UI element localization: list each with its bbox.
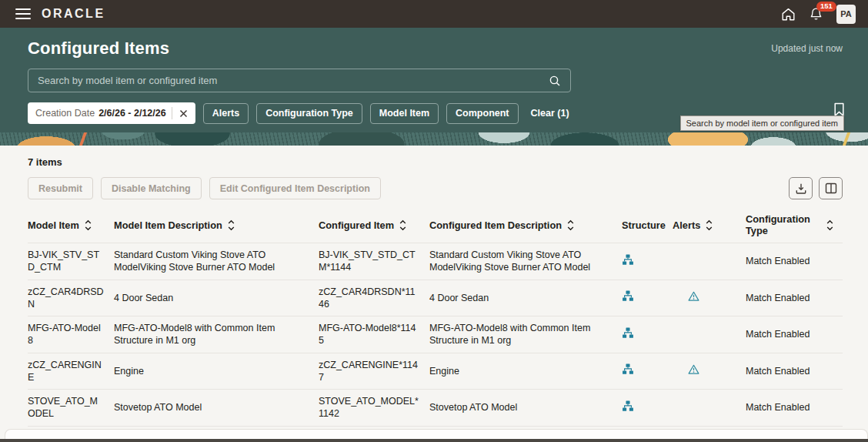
configured-item-cell: zCZ_CARENGINE*1147 <box>319 353 429 390</box>
filter-chip-model-item[interactable]: Model Item <box>370 103 439 124</box>
filter-chip-label: Creation Date <box>35 108 95 119</box>
sort-icon[interactable] <box>706 219 713 231</box>
items-count: 7 items <box>28 156 843 168</box>
configuration-type-cell: Match Enabled <box>746 316 843 353</box>
banner-accent <box>79 132 87 146</box>
notifications-bell-icon[interactable]: 151 <box>810 7 823 22</box>
remove-filter-icon[interactable] <box>178 108 189 119</box>
download-icon[interactable] <box>789 177 813 199</box>
model-item-cell: BJ-VIK_STV_STD_CTM <box>28 243 114 280</box>
disable-matching-button[interactable]: Disable Matching <box>101 177 202 199</box>
table-row[interactable]: STOVE_ATO_MODELStovetop ATO ModelSTOVE_A… <box>28 390 843 427</box>
filter-chip-alerts[interactable]: Alerts <box>203 103 249 124</box>
structure-cell <box>622 390 673 427</box>
home-icon[interactable] <box>781 8 796 21</box>
hierarchy-structure-icon[interactable] <box>622 254 634 266</box>
configuration-type-cell: Match Enabled <box>746 390 843 427</box>
structure-cell <box>622 280 673 316</box>
sort-icon[interactable] <box>826 219 833 231</box>
table-row[interactable]: MFG-ATO-Model8MFG-ATO-Model8 with Common… <box>28 316 843 353</box>
table-row[interactable]: BJ-VIK_STV_STD_CTMStandard Custom Viking… <box>28 243 843 280</box>
model-item-cell: zCZ_CARENGINE <box>28 353 114 390</box>
search-input[interactable] <box>38 75 546 86</box>
manage-columns-icon[interactable] <box>819 177 843 199</box>
user-avatar[interactable]: PA <box>836 5 856 24</box>
column-label: Alerts <box>673 219 700 231</box>
configuration-type-cell: Match Enabled <box>746 243 843 280</box>
configured-item-cell: STOVE_ATO_MODEL*1142 <box>319 390 429 427</box>
configuration-type-cell: Match Enabled <box>746 280 843 316</box>
model-item-description-cell: 4 Door Sedan <box>114 280 319 316</box>
banner-accent <box>843 132 850 146</box>
filter-chip-component[interactable]: Component <box>446 103 518 124</box>
configured-item-description-cell: 4 Door Sedan <box>429 280 622 316</box>
hierarchy-structure-icon[interactable] <box>622 290 634 302</box>
sort-icon[interactable] <box>567 219 574 231</box>
hierarchy-structure-icon[interactable] <box>622 327 634 339</box>
divider <box>172 107 172 119</box>
menu-icon[interactable] <box>15 8 31 19</box>
configured-item-cell: zCZ_CAR4DRSDN*1146 <box>319 280 429 316</box>
model-item-description-cell: Stovetop ATO Model <box>114 390 319 427</box>
table-header-row: Model ItemModel Item DescriptionConfigur… <box>28 207 843 243</box>
configured-item-description-cell: Engine <box>429 353 622 390</box>
sort-icon[interactable] <box>399 219 406 231</box>
column-header-configuration-type[interactable]: Configuration Type <box>746 207 843 243</box>
filter-chip-configuration-type[interactable]: Configuration Type <box>256 103 362 124</box>
column-header-configured-item-description[interactable]: Configured Item Description <box>429 207 622 243</box>
model-item-description-cell: Standard Custom Viking Stove ATO ModelVi… <box>114 243 319 280</box>
column-label: Model Item Description <box>114 219 222 231</box>
column-label: Structure <box>622 219 666 231</box>
alerts-cell <box>673 353 746 390</box>
oracle-logo: ORACLE <box>42 7 105 21</box>
warning-triangle-icon[interactable] <box>688 291 699 301</box>
structure-cell <box>622 316 673 353</box>
table-toolbar: Resubmit Disable Matching Edit Configure… <box>28 177 843 199</box>
updated-status: Updated just now <box>771 39 843 54</box>
horizontal-scrollbar[interactable] <box>5 429 868 439</box>
notification-count-badge: 151 <box>816 2 836 12</box>
column-header-model-item[interactable]: Model Item <box>28 207 114 243</box>
content-area: 7 items Resubmit Disable Matching Edit C… <box>0 146 868 442</box>
filter-chip-creation-date[interactable]: Creation Date 2/6/26 - 2/12/26 <box>28 102 195 124</box>
filter-chip-value: 2/6/26 - 2/12/26 <box>98 108 166 119</box>
table-row[interactable]: zCZ_CARENGINEEnginezCZ_CARENGINE*1147Eng… <box>28 353 843 390</box>
configured-item-cell: BJ-VIK_STV_STD_CTM*1144 <box>319 243 429 280</box>
search-bar[interactable] <box>28 69 571 92</box>
top-bar: ORACLE 151 PA <box>0 0 868 28</box>
sort-icon[interactable] <box>85 219 92 231</box>
column-label: Configured Item <box>319 219 394 231</box>
bookmark-tooltip: Search by model item or configured item <box>680 116 844 131</box>
configuration-type-cell: Match Enabled <box>746 353 843 390</box>
hierarchy-structure-icon[interactable] <box>622 400 634 412</box>
page-title: Configured Items <box>28 39 169 59</box>
configured-item-cell: MFG-ATO-Model8*1145 <box>319 316 429 353</box>
clear-filters-link[interactable]: Clear (1) <box>531 108 569 119</box>
column-header-configured-item[interactable]: Configured Item <box>319 207 429 243</box>
window-edge <box>0 439 868 442</box>
edit-configured-item-description-button[interactable]: Edit Configured Item Description <box>209 177 381 199</box>
resubmit-button[interactable]: Resubmit <box>28 177 93 199</box>
structure-cell <box>622 353 673 390</box>
warning-triangle-icon[interactable] <box>688 364 699 374</box>
page: ORACLE 151 PA Configured Items Updated j… <box>0 0 868 442</box>
alerts-cell <box>673 280 746 316</box>
model-item-description-cell: Engine <box>114 353 319 390</box>
column-header-alerts[interactable]: Alerts <box>673 207 746 243</box>
sort-icon[interactable] <box>228 219 235 231</box>
search-icon[interactable] <box>546 72 564 90</box>
configured-item-description-cell: MFG-ATO-Model8 with Common Item Structur… <box>429 316 622 353</box>
hierarchy-structure-icon[interactable] <box>622 363 634 375</box>
model-item-cell: STOVE_ATO_MODEL <box>28 390 114 427</box>
column-label: Configured Item Description <box>429 219 562 231</box>
decorative-banner <box>0 132 868 146</box>
table-row[interactable]: zCZ_CAR4DRSDN4 Door SedanzCZ_CAR4DRSDN*1… <box>28 280 843 316</box>
filter-chip-list: AlertsConfiguration TypeModel ItemCompon… <box>203 103 519 124</box>
model-item-description-cell: MFG-ATO-Model8 with Common Item Structur… <box>114 316 319 353</box>
model-item-cell: MFG-ATO-Model8 <box>28 316 114 353</box>
column-header-model-item-description[interactable]: Model Item Description <box>114 207 319 243</box>
alerts-cell <box>673 390 746 427</box>
alerts-cell <box>673 243 746 280</box>
configured-items-table: Model ItemModel Item DescriptionConfigur… <box>28 207 843 442</box>
column-label: Configuration Type <box>746 213 821 236</box>
